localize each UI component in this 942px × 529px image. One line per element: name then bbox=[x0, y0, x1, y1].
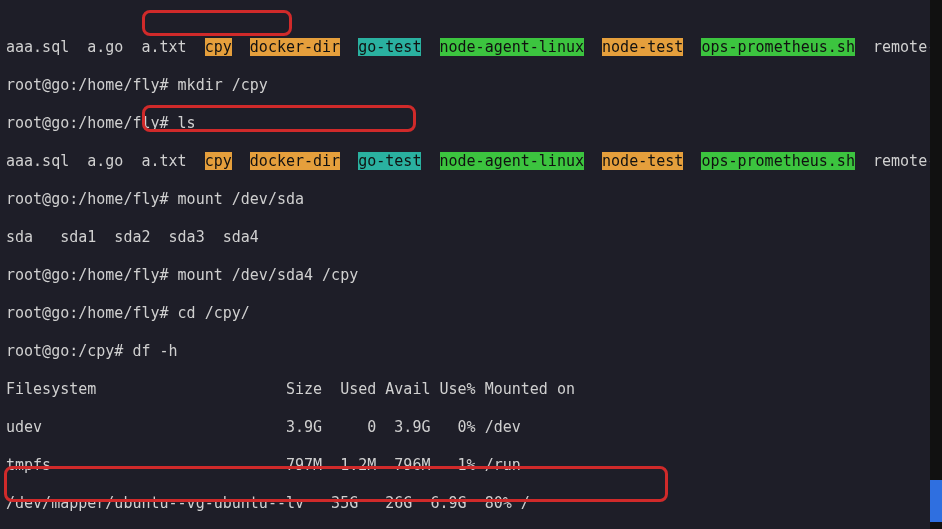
prompt: root@go:/home/fly# bbox=[6, 266, 178, 284]
highlight-box-mkdir bbox=[142, 10, 292, 36]
dir-node-test: node-test bbox=[602, 152, 683, 170]
dir-gotest: go-test bbox=[358, 152, 421, 170]
prompt-line: root@go:/home/fly# mount /dev/sda bbox=[6, 190, 936, 209]
terminal-window[interactable]: aaa.sql a.go a.txt cpy docker-dir go-tes… bbox=[0, 0, 942, 529]
dir-cpy: cpy bbox=[205, 38, 232, 56]
ls-output-row: aaa.sql a.go a.txt cpy docker-dir go-tes… bbox=[6, 152, 936, 171]
dir-docker: docker-dir bbox=[250, 152, 340, 170]
prompt-line: root@go:/home/fly# ls bbox=[6, 114, 936, 133]
file-node-agent: node-agent-linux bbox=[440, 38, 585, 56]
command-text: mkdir /cpy bbox=[178, 76, 268, 94]
prompt: root@go:/home/fly# bbox=[6, 114, 178, 132]
prompt-line: root@go:/home/fly# mkdir /cpy bbox=[6, 76, 936, 95]
file-list: aaa.sql a.go a.txt bbox=[6, 152, 205, 170]
prompt-line: root@go:/home/fly# mount /dev/sda4 /cpy bbox=[6, 266, 936, 285]
prompt-line: root@go:/home/fly# cd /cpy/ bbox=[6, 304, 936, 323]
prompt-line: root@go:/cpy# df -h bbox=[6, 342, 936, 361]
command-text: ls bbox=[178, 114, 196, 132]
prompt: root@go:/home/fly# bbox=[6, 190, 178, 208]
file-ops-prometheus: ops-prometheus.sh bbox=[701, 38, 855, 56]
df-header: Filesystem Size Used Avail Use% Mounted … bbox=[6, 380, 936, 399]
file-ops-prometheus: ops-prometheus.sh bbox=[701, 152, 855, 170]
scrollbar-thumb[interactable] bbox=[930, 480, 942, 522]
prompt: root@go:/home/fly# bbox=[6, 304, 178, 322]
file-node-agent: node-agent-linux bbox=[440, 152, 585, 170]
df-row: tmpfs 797M 1.2M 796M 1% /run bbox=[6, 456, 936, 475]
dir-docker: docker-dir bbox=[250, 38, 340, 56]
command-text: mount /dev/sda bbox=[178, 190, 304, 208]
dir-gotest: go-test bbox=[358, 38, 421, 56]
file-list: aaa.sql a.go a.txt bbox=[6, 38, 205, 56]
sda-list: sda sda1 sda2 sda3 sda4 bbox=[6, 228, 936, 247]
prompt: root@go:/cpy# bbox=[6, 342, 132, 360]
prompt: root@go:/home/fly# bbox=[6, 76, 178, 94]
df-row: /dev/mapper/ubuntu--vg-ubuntu--lv 35G 26… bbox=[6, 494, 936, 513]
command-text: mount /dev/sda4 /cpy bbox=[178, 266, 359, 284]
command-text: cd /cpy/ bbox=[178, 304, 250, 322]
scrollbar[interactable] bbox=[930, 0, 942, 529]
dir-node-test: node-test bbox=[602, 38, 683, 56]
dir-cpy: cpy bbox=[205, 152, 232, 170]
command-text: df -h bbox=[132, 342, 177, 360]
df-row: udev 3.9G 0 3.9G 0% /dev bbox=[6, 418, 936, 437]
ls-output-row: aaa.sql a.go a.txt cpy docker-dir go-tes… bbox=[6, 38, 936, 57]
